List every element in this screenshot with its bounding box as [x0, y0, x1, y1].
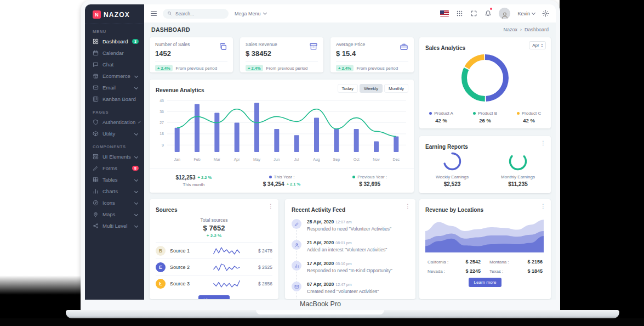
notification-dot [490, 8, 492, 10]
stat-card-value: $ 15.4 [336, 49, 408, 58]
avatar-silhouette-icon [501, 12, 509, 19]
kebab-menu-icon[interactable] [405, 203, 411, 209]
svg-text:Dec: Dec [393, 158, 400, 161]
earning-value: $11,235 [508, 181, 528, 187]
brand-name: NAZOX [104, 11, 130, 19]
language-flag-icon[interactable] [440, 10, 449, 16]
kebab-menu-icon[interactable] [268, 203, 273, 209]
activity-text: Responded to need "Volunteer Activities" [307, 226, 409, 232]
background-bottom-shadow [0, 318, 644, 326]
brand-logo[interactable]: N NAZOX [85, 4, 144, 24]
source-row-source-1[interactable]: BSource 1$ 2478 [156, 242, 272, 258]
sidebar-item-label: Chat [102, 61, 113, 68]
fullscreen-icon[interactable] [470, 10, 477, 17]
kebab-menu-icon[interactable] [540, 140, 546, 146]
apps-grid-icon[interactable] [456, 10, 463, 17]
learn-more-button[interactable]: Learn more [469, 278, 502, 287]
sidebar-item-label: Authentication [102, 119, 135, 125]
summary-delta: + 2.2 % [198, 175, 212, 180]
user-menu[interactable]: Kevin [517, 11, 535, 16]
svg-text:45: 45 [159, 99, 164, 103]
source-row-source-2[interactable]: ESource 2$ 2625 [156, 258, 272, 275]
sidebar-item-charts[interactable]: Charts [85, 186, 144, 197]
sidebar-item-chat[interactable]: Chat [85, 59, 144, 70]
activity-feed-list: 28 Apr, 202012:07 amResponded to need "V… [292, 219, 409, 299]
sidebar-item-calendar[interactable]: Calendar [85, 47, 144, 59]
page-header: DASHBOARD Nazox › Dashboard [144, 23, 556, 37]
bell-icon [485, 9, 492, 16]
sidebar-item-ecommerce[interactable]: Ecommerce [85, 70, 144, 82]
dashboard-screen: N NAZOX MENUDashboard3CalendarChatEcomme… [85, 4, 556, 300]
sidebar-item-forms[interactable]: Forms8 [85, 162, 144, 174]
breadcrumb-root[interactable]: Nazox [503, 27, 517, 32]
earning-label: Monthly Earnings [501, 175, 535, 179]
activity-feed-item[interactable]: 17 Apr, 202005:10 pmResponded to need "I… [292, 261, 409, 282]
legend-value: 42 % [435, 117, 447, 123]
notifications-bell-icon[interactable] [485, 9, 492, 19]
sidebar-item-label: Maps [102, 211, 115, 217]
forms-pen-icon [93, 165, 99, 171]
kebab-menu-icon[interactable] [540, 203, 546, 209]
range-button-weekly[interactable]: Weekly [360, 84, 383, 93]
bar-chart-icon [292, 261, 301, 271]
source-amount: $ 2625 [258, 265, 272, 270]
summary-delta: + 2.1 % [287, 182, 301, 187]
sidebar-item-label: Multi Level [102, 223, 127, 229]
search-box[interactable] [163, 9, 229, 19]
radial-progress-chart [508, 151, 528, 171]
calendar-icon [93, 50, 99, 56]
sidebar-item-utility[interactable]: Utility [85, 128, 144, 139]
view-more-button[interactable]: View more [198, 295, 230, 299]
multi-level-share-icon [93, 223, 99, 229]
svg-text:May: May [253, 158, 261, 162]
range-button-today[interactable]: Today [338, 84, 358, 93]
stat-card-number-of-sales: Number of Sales1452+ 2.4%From previous p… [150, 37, 233, 72]
sidebar-item-email[interactable]: Email [85, 82, 144, 93]
sidebar-section-label: PAGES [85, 105, 144, 116]
legend-dot-icon [473, 112, 476, 115]
sidebar-item-ui-elements[interactable]: UI Elements [85, 151, 144, 162]
mega-menu-button[interactable]: Mega Menu [235, 11, 266, 16]
stat-card-title: Sales Revenue [246, 42, 318, 47]
chevron-down-icon [139, 121, 141, 123]
svg-text:Feb: Feb [193, 158, 200, 161]
card-title: Sources [156, 207, 177, 213]
donut-legend-item: Product B26 % [463, 111, 507, 123]
select-arrows-icon [542, 43, 543, 48]
activity-feed-item[interactable]: 28 Apr, 202012:07 amResponded to need "V… [292, 219, 409, 240]
legend-label: Product B [478, 111, 497, 116]
search-input[interactable] [174, 10, 215, 17]
stat-card-footer: + 2.4%From previous period [155, 61, 227, 71]
sidebar-item-kanban-board[interactable]: Kanban Board [85, 93, 144, 105]
location-stat-texas-: Texas :$ 1845 [489, 268, 543, 274]
summary-value: $ 32,695 [359, 181, 380, 187]
activity-date: 07 Apr, 202012:47 pm [307, 282, 409, 287]
sidebar-item-icons[interactable]: Icons [85, 197, 144, 209]
ui-elements-icon [93, 154, 99, 160]
chevron-down-icon [134, 189, 138, 193]
sidebar-item-tables[interactable]: Tables [85, 174, 144, 186]
user-avatar[interactable] [499, 8, 510, 19]
kanban-icon [93, 96, 99, 102]
macbook-notch [256, 310, 384, 314]
legend-dot-icon [269, 176, 272, 178]
settings-gear-icon[interactable] [542, 10, 549, 17]
sidebar-item-maps[interactable]: Maps [85, 209, 144, 220]
activity-feed-item[interactable]: 21 Apr, 202008:01 pmAdded an interest "V… [292, 240, 409, 261]
stat-card-average-price: Average Price$ 15.4+ 2.4%From previous p… [330, 37, 414, 72]
hamburger-menu-icon[interactable] [151, 11, 157, 16]
svg-text:Mar: Mar [214, 158, 221, 161]
donut-legend: Product A42 %Product B26 %Product C42 % [419, 111, 551, 123]
source-row-source-3[interactable]: ŁSource 3$ 2856 [156, 275, 272, 291]
month-select[interactable]: Apr [529, 41, 546, 49]
sidebar-item-dashboard[interactable]: Dashboard3 [85, 36, 144, 47]
source-name: Source 2 [170, 265, 195, 270]
sidebar-item-multi-level[interactable]: Multi Level [85, 220, 144, 232]
page-title: DASHBOARD [151, 26, 190, 33]
coin-litecoin-icon: Ł [156, 279, 166, 289]
sidebar-item-authentication[interactable]: Authentication [85, 116, 144, 128]
total-sources-delta: + 2.2 % [156, 233, 272, 238]
activity-feed-item[interactable]: 07 Apr, 202012:47 pmCreated need "Volunt… [292, 282, 409, 299]
range-button-monthly[interactable]: Monthly [384, 84, 408, 93]
stat-card-footer: + 2.4%From previous period [246, 61, 318, 71]
